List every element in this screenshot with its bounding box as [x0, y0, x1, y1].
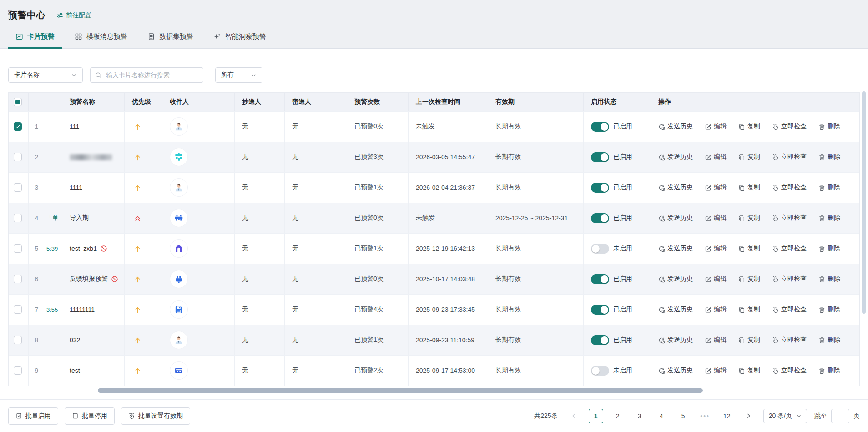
row-checkbox[interactable] [14, 244, 22, 253]
edit-button[interactable]: 编辑 [705, 122, 727, 131]
tab-dataset[interactable]: 数据集预警 [140, 26, 201, 48]
batch-enable-button[interactable]: 批量启用 [8, 407, 58, 425]
page-12-button[interactable]: 12 [720, 409, 734, 423]
row-checkbox[interactable] [14, 305, 22, 314]
send-history-button[interactable]: 发送历史 [658, 336, 693, 344]
check-now-button[interactable]: 立即检查 [772, 366, 807, 375]
edit-button[interactable]: 编辑 [705, 336, 727, 344]
scope-select[interactable]: 所有 [215, 67, 262, 83]
copy-button[interactable]: 复制 [738, 183, 760, 192]
row-checkbox[interactable] [14, 275, 22, 283]
actions-cell: 发送历史编辑复制立即检查删除 [651, 142, 859, 172]
row-checkbox[interactable] [14, 122, 22, 131]
row-checkbox[interactable] [14, 183, 22, 192]
go-to-config-link[interactable]: 前往配置 [56, 11, 91, 20]
check-now-button[interactable]: 立即检查 [772, 305, 807, 314]
delete-button[interactable]: 删除 [818, 153, 840, 161]
truncated-link[interactable]: 「单 [46, 214, 58, 222]
history-icon [658, 154, 665, 161]
check-now-button[interactable]: 立即检查 [772, 244, 807, 253]
enable-toggle[interactable] [591, 152, 609, 162]
truncated-link[interactable]: 3:55 [46, 306, 58, 313]
check-now-button[interactable]: 立即检查 [772, 153, 807, 161]
check-now-button[interactable]: 立即检查 [772, 183, 807, 192]
enable-toggle[interactable] [591, 213, 609, 223]
row-checkbox[interactable] [14, 214, 22, 222]
edit-button[interactable]: 编辑 [705, 244, 727, 253]
more-pages-button[interactable]: ••• [698, 412, 712, 420]
edit-button[interactable]: 编辑 [705, 214, 727, 222]
delete-button[interactable]: 删除 [818, 183, 840, 192]
enable-toggle[interactable] [591, 274, 609, 284]
copy-button[interactable]: 复制 [738, 214, 760, 222]
send-history-button[interactable]: 发送历史 [658, 275, 693, 283]
copy-button[interactable]: 复制 [738, 275, 760, 283]
enable-toggle[interactable] [591, 183, 609, 193]
send-history-button[interactable]: 发送历史 [658, 122, 693, 131]
page-3-button[interactable]: 3 [632, 409, 647, 423]
last-check-cell: 2025-10-17 14:03:48 [409, 264, 488, 294]
send-history-button[interactable]: 发送历史 [658, 244, 693, 253]
field-select[interactable]: 卡片名称 [8, 67, 83, 83]
enable-toggle[interactable] [591, 335, 609, 345]
copy-button[interactable]: 复制 [738, 153, 760, 161]
delete-button[interactable]: 删除 [818, 244, 840, 253]
edit-icon [705, 337, 712, 344]
page-size-select[interactable]: 20 条/页 [763, 409, 807, 423]
tab-insight[interactable]: 智能洞察预警 [206, 26, 273, 48]
next-page-button[interactable] [742, 409, 756, 423]
batch-validity-button[interactable]: 批量设置有效期 [121, 407, 190, 425]
page-2-button[interactable]: 2 [611, 409, 625, 423]
send-history-button[interactable]: 发送历史 [658, 153, 693, 161]
edit-button[interactable]: 编辑 [705, 305, 727, 314]
check-now-button[interactable]: 立即检查 [772, 275, 807, 283]
copy-icon [738, 276, 745, 283]
check-now-button[interactable]: 立即检查 [772, 336, 807, 344]
delete-button[interactable]: 删除 [818, 122, 840, 131]
delete-button[interactable]: 删除 [818, 214, 840, 222]
batch-enable-icon [15, 412, 22, 419]
delete-button[interactable]: 删除 [818, 366, 840, 375]
page-5-button[interactable]: 5 [676, 409, 691, 423]
tab-card[interactable]: 卡片预警 [8, 26, 62, 48]
copy-button[interactable]: 复制 [738, 305, 760, 314]
copy-button[interactable]: 复制 [738, 336, 760, 344]
trash-icon [818, 337, 825, 344]
edit-button[interactable]: 编辑 [705, 366, 727, 375]
enable-toggle[interactable] [591, 366, 609, 376]
search-input[interactable] [105, 71, 198, 79]
enable-toggle[interactable] [591, 244, 609, 254]
copy-button[interactable]: 复制 [738, 366, 760, 375]
tab-template[interactable]: 模板消息预警 [67, 26, 135, 48]
send-history-button[interactable]: 发送历史 [658, 305, 693, 314]
delete-button[interactable]: 删除 [818, 275, 840, 283]
copy-button[interactable]: 复制 [738, 244, 760, 253]
enable-toggle[interactable] [591, 305, 609, 315]
check-now-button[interactable]: 立即检查 [772, 122, 807, 131]
edit-button[interactable]: 编辑 [705, 153, 727, 161]
delete-button[interactable]: 删除 [818, 305, 840, 314]
edit-button[interactable]: 编辑 [705, 183, 727, 192]
send-history-button[interactable]: 发送历史 [658, 214, 693, 222]
row-checkbox[interactable] [14, 336, 22, 344]
select-all-checkbox[interactable] [14, 98, 22, 106]
jump-page-input[interactable] [831, 409, 849, 423]
hand-icon [772, 184, 779, 191]
check-now-button[interactable]: 立即检查 [772, 214, 807, 222]
history-icon [658, 276, 665, 283]
vertical-scrollbar[interactable] [862, 91, 866, 314]
prev-page-button[interactable] [567, 409, 581, 423]
truncated-link[interactable]: 5:39 [46, 245, 58, 252]
page-4-button[interactable]: 4 [654, 409, 669, 423]
horizontal-scrollbar[interactable] [98, 388, 703, 393]
delete-button[interactable]: 删除 [818, 336, 840, 344]
send-history-button[interactable]: 发送历史 [658, 366, 693, 375]
row-checkbox[interactable] [14, 366, 22, 375]
send-history-button[interactable]: 发送历史 [658, 183, 693, 192]
batch-disable-button[interactable]: 批量停用 [65, 407, 115, 425]
row-checkbox[interactable] [14, 153, 22, 161]
copy-button[interactable]: 复制 [738, 122, 760, 131]
edit-button[interactable]: 编辑 [705, 275, 727, 283]
enable-toggle[interactable] [591, 122, 609, 132]
page-1-button[interactable]: 1 [589, 409, 603, 423]
